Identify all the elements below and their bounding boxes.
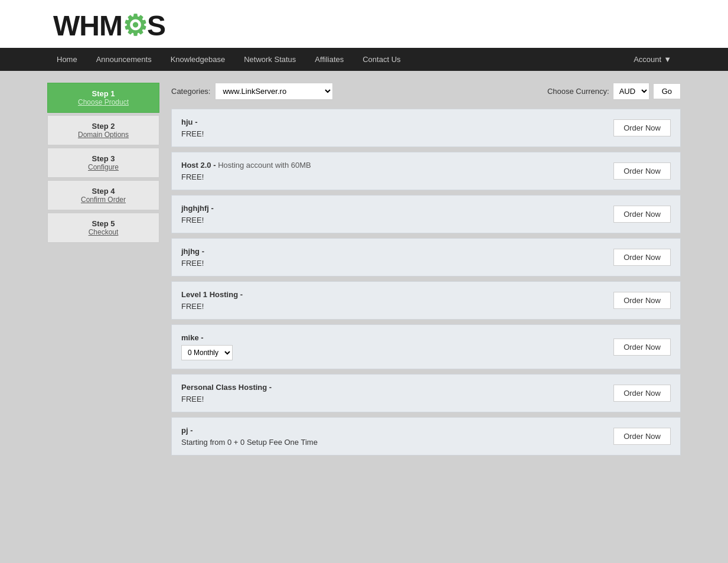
product-mike-billing-select[interactable]: 0 Monthly — [181, 345, 233, 360]
product-personal-name: Personal Class Hosting - — [181, 383, 613, 392]
currency-area: Choose Currency: AUD Go — [547, 83, 681, 100]
product-mike-info: mike - 0 Monthly — [181, 333, 613, 360]
product-level1: Level 1 Hosting - FREE! Order Now — [171, 281, 681, 320]
product-pj: pj - Starting from 0 + 0 Setup Fee One T… — [171, 417, 681, 455]
step1-item[interactable]: Step 1 Choose Product — [47, 83, 159, 113]
main-nav: Home Announcements Knowledgebase Network… — [0, 48, 728, 71]
product-level1-info: Level 1 Hosting - FREE! — [181, 290, 613, 311]
product-host2-price: FREE! — [181, 173, 613, 181]
product-hju-name: hju - — [181, 118, 613, 126]
sidebar: Step 1 Choose Product Step 2 Domain Opti… — [47, 83, 159, 473]
logo: WHM⚙S — [53, 9, 716, 42]
order-host2-button[interactable]: Order Now — [613, 162, 671, 180]
order-jhjhg-button[interactable]: Order Now — [613, 249, 671, 266]
product-host2-name: Host 2.0 - Hosting account with 60MB — [181, 161, 613, 170]
product-hju-price: FREE! — [181, 129, 613, 138]
product-mike: mike - 0 Monthly Order Now — [171, 324, 681, 369]
main-content: Step 1 Choose Product Step 2 Domain Opti… — [0, 71, 728, 484]
product-personal: Personal Class Hosting - FREE! Order Now — [171, 374, 681, 412]
product-personal-actions: Order Now — [613, 385, 671, 402]
logo-gear-icon: ⚙ — [122, 9, 147, 42]
logo-text: WHM⚙S — [53, 9, 165, 42]
content-area: Categories: www.LinkServer.ro Choose Cur… — [171, 83, 681, 473]
nav-announcements[interactable]: Announcements — [87, 48, 161, 71]
order-jhghjhfj-button[interactable]: Order Now — [613, 206, 671, 223]
filter-left: Categories: www.LinkServer.ro — [171, 83, 333, 100]
product-host2-info: Host 2.0 - Hosting account with 60MB FRE… — [181, 161, 613, 181]
nav-affiliates[interactable]: Affiliates — [305, 48, 353, 71]
product-hju: hju - FREE! Order Now — [171, 109, 681, 147]
categories-select[interactable]: www.LinkServer.ro — [215, 83, 333, 100]
product-jhjhg-price: FREE! — [181, 259, 613, 268]
step1-label: Step 1 — [54, 89, 153, 98]
nav-account[interactable]: Account ▼ — [624, 48, 681, 71]
step1-sub: Choose Product — [54, 98, 153, 106]
nav-left: Home Announcements Knowledgebase Network… — [47, 48, 410, 71]
product-host2: Host 2.0 - Hosting account with 60MB FRE… — [171, 152, 681, 190]
order-hju-button[interactable]: Order Now — [613, 119, 671, 136]
product-jhjhg-info: jhjhg - FREE! — [181, 247, 613, 268]
product-jhjhg-actions: Order Now — [613, 249, 671, 266]
order-pj-button[interactable]: Order Now — [613, 428, 671, 445]
currency-select[interactable]: AUD — [613, 83, 649, 100]
product-jhghjhfj: jhghjhfj - FREE! Order Now — [171, 195, 681, 233]
product-pj-info: pj - Starting from 0 + 0 Setup Fee One T… — [181, 426, 613, 447]
product-jhjhg-name: jhjhg - — [181, 247, 613, 256]
product-pj-name: pj - — [181, 426, 613, 435]
product-level1-name: Level 1 Hosting - — [181, 290, 613, 299]
product-host2-actions: Order Now — [613, 162, 671, 180]
order-personal-button[interactable]: Order Now — [613, 385, 671, 402]
step4-label: Step 4 — [54, 187, 153, 196]
categories-label: Categories: — [171, 87, 210, 96]
account-label: Account — [634, 55, 661, 64]
product-personal-info: Personal Class Hosting - FREE! — [181, 383, 613, 403]
currency-label: Choose Currency: — [547, 87, 609, 96]
go-button[interactable]: Go — [653, 83, 681, 99]
product-mike-actions: Order Now — [613, 339, 671, 356]
product-pj-price: Starting from 0 + 0 Setup Fee One Time — [181, 438, 613, 447]
filter-bar: Categories: www.LinkServer.ro Choose Cur… — [171, 83, 681, 100]
step2-item[interactable]: Step 2 Domain Options — [47, 115, 159, 145]
product-pj-actions: Order Now — [613, 428, 671, 445]
step4-item[interactable]: Step 4 Confirm Order — [47, 180, 159, 210]
product-jhjhg: jhjhg - FREE! Order Now — [171, 238, 681, 276]
header: WHM⚙S — [0, 0, 728, 48]
step2-label: Step 2 — [54, 122, 153, 131]
nav-knowledgebase[interactable]: Knowledgebase — [161, 48, 235, 71]
product-jhghjhfj-info: jhghjhfj - FREE! — [181, 204, 613, 224]
product-jhghjhfj-price: FREE! — [181, 216, 613, 224]
step4-sub: Confirm Order — [54, 196, 153, 204]
nav-right: Account ▼ — [624, 48, 681, 71]
product-level1-actions: Order Now — [613, 292, 671, 309]
nav-network-status[interactable]: Network Status — [234, 48, 305, 71]
account-arrow: ▼ — [664, 55, 671, 64]
step3-label: Step 3 — [54, 154, 153, 163]
product-hju-info: hju - FREE! — [181, 118, 613, 138]
step2-sub: Domain Options — [54, 131, 153, 139]
step5-label: Step 5 — [54, 219, 153, 228]
step3-sub: Configure — [54, 163, 153, 171]
product-level1-price: FREE! — [181, 302, 613, 311]
step5-sub: Checkout — [54, 228, 153, 236]
nav-home[interactable]: Home — [47, 48, 87, 71]
order-mike-button[interactable]: Order Now — [613, 339, 671, 356]
order-level1-button[interactable]: Order Now — [613, 292, 671, 309]
nav-contact-us[interactable]: Contact Us — [353, 48, 410, 71]
product-jhghjhfj-name: jhghjhfj - — [181, 204, 613, 213]
product-personal-price: FREE! — [181, 395, 613, 403]
product-jhghjhfj-actions: Order Now — [613, 206, 671, 223]
step5-item[interactable]: Step 5 Checkout — [47, 213, 159, 243]
product-mike-select-wrap: 0 Monthly — [181, 342, 613, 360]
step3-item[interactable]: Step 3 Configure — [47, 148, 159, 178]
product-mike-name: mike - — [181, 333, 613, 342]
product-hju-actions: Order Now — [613, 119, 671, 136]
